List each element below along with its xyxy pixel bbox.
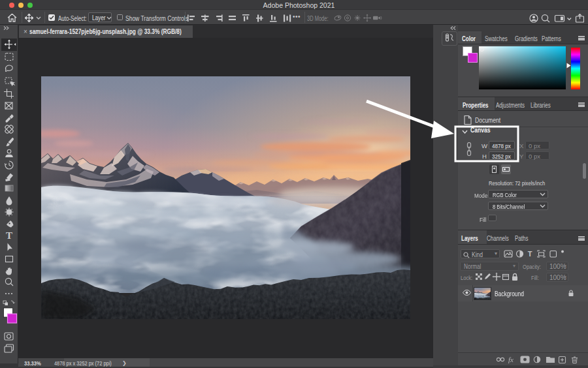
svg-text:T: T <box>528 250 532 258</box>
svg-text:fx: fx <box>508 356 514 363</box>
svg-text:T: T <box>6 230 12 241</box>
